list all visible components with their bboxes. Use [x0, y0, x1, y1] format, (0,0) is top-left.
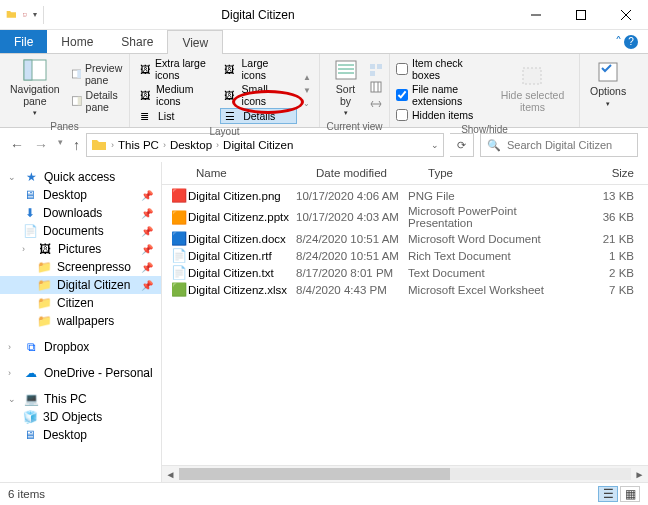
tree-downloads[interactable]: ⬇Downloads📌 — [0, 204, 161, 222]
breadcrumb-segment[interactable]: Desktop — [170, 139, 212, 151]
file-date: 8/4/2020 4:43 PM — [296, 284, 408, 296]
refresh-button[interactable]: ⟳ — [450, 133, 474, 157]
file-row[interactable]: 🟦 Digital Citizen.docx 8/24/2020 10:51 A… — [170, 230, 648, 247]
file-size: 2 KB — [578, 267, 648, 279]
file-type: Rich Text Document — [408, 250, 578, 262]
col-name[interactable]: Name — [188, 162, 308, 184]
file-row[interactable]: 🟥 Digital Citizen.png 10/17/2020 4:06 AM… — [170, 187, 648, 204]
file-type: Text Document — [408, 267, 578, 279]
navigation-pane-button[interactable]: Navigation pane ▾ — [6, 56, 64, 119]
minimize-button[interactable] — [513, 0, 558, 30]
forward-button[interactable]: → — [34, 137, 48, 153]
group-by-icon[interactable] — [369, 63, 383, 77]
file-name: Digital Citizenz.xlsx — [188, 284, 296, 296]
layout-medium[interactable]: 🖼Medium icons — [136, 82, 216, 108]
tree-documents[interactable]: 📄Documents📌 — [0, 222, 161, 240]
layout-scroll-up-icon[interactable]: ▲ — [303, 73, 311, 82]
navigation-pane: ⌄★Quick access 🖥Desktop📌 ⬇Downloads📌 📄Do… — [0, 162, 162, 482]
search-input[interactable]: 🔍 Search Digital Citizen — [480, 133, 638, 157]
col-type[interactable]: Type — [420, 162, 590, 184]
back-button[interactable]: ← — [10, 137, 24, 153]
layout-large[interactable]: 🖼Large icons — [220, 56, 297, 82]
tab-file[interactable]: File — [0, 30, 47, 53]
layout-more-icon[interactable]: ⌄ — [303, 99, 311, 108]
tree-quick-access[interactable]: ⌄★Quick access — [0, 168, 161, 186]
svg-rect-7 — [77, 97, 81, 106]
col-size[interactable]: Size — [590, 162, 648, 184]
large-icons-view-icon[interactable]: ▦ — [620, 486, 640, 502]
details-view-icon[interactable]: ☰ — [598, 486, 618, 502]
file-name-extensions-checkbox[interactable]: File name extensions — [396, 82, 488, 108]
file-row[interactable]: 📄 Digital Citizen.rtf 8/24/2020 10:51 AM… — [170, 247, 648, 264]
tree-wallpapers[interactable]: 📁wallpapers — [0, 312, 161, 330]
file-size: 1 KB — [578, 250, 648, 262]
file-name: Digital Citizen.png — [188, 190, 296, 202]
file-type: Microsoft PowerPoint Presentation — [408, 205, 578, 229]
pin-icon: 📌 — [141, 280, 153, 291]
file-size: 7 KB — [578, 284, 648, 296]
tree-3d-objects[interactable]: 🧊3D Objects — [0, 408, 161, 426]
up-button[interactable]: ↑ — [73, 137, 80, 153]
breadcrumb-segment[interactable]: This PC — [118, 139, 159, 151]
tree-this-pc[interactable]: ⌄💻This PC — [0, 390, 161, 408]
svg-rect-5 — [77, 70, 81, 78]
file-type-icon: 📄 — [170, 248, 188, 263]
close-button[interactable] — [603, 0, 648, 30]
help-icon[interactable]: ˄ ? — [615, 30, 648, 53]
svg-rect-11 — [370, 71, 375, 76]
file-row[interactable]: 🟧 Digital Citizenz.pptx 10/17/2020 4:03 … — [170, 204, 648, 230]
item-check-boxes-checkbox[interactable]: Item check boxes — [396, 56, 488, 82]
hide-selected-button[interactable]: Hide selected items — [492, 62, 573, 115]
tab-view[interactable]: View — [167, 30, 223, 54]
scroll-left-icon[interactable]: ◄ — [162, 469, 179, 480]
file-name: Digital Citizen.rtf — [188, 250, 296, 262]
file-name: Digital Citizen.txt — [188, 267, 296, 279]
group-layout-label: Layout — [136, 124, 313, 139]
file-date: 10/17/2020 4:06 AM — [296, 190, 408, 202]
tree-onedrive[interactable]: ›☁OneDrive - Personal — [0, 364, 161, 382]
add-columns-icon[interactable] — [369, 80, 383, 94]
layout-list[interactable]: ≣List — [136, 108, 216, 124]
details-pane-button[interactable]: Details pane — [68, 88, 131, 114]
tree-screenpresso[interactable]: 📁Screenpresso📌 — [0, 258, 161, 276]
tree-citizen[interactable]: 📁Citizen — [0, 294, 161, 312]
file-name: Digital Citizenz.pptx — [188, 211, 296, 223]
svg-rect-1 — [576, 10, 585, 19]
column-headers[interactable]: Name Date modified Type Size — [162, 162, 648, 185]
tree-pictures[interactable]: ›🖼Pictures📌 — [0, 240, 161, 258]
tab-home[interactable]: Home — [47, 30, 107, 53]
file-date: 8/17/2020 8:01 PM — [296, 267, 408, 279]
layout-scroll-down-icon[interactable]: ▼ — [303, 86, 311, 95]
tree-desktop[interactable]: 🖥Desktop📌 — [0, 186, 161, 204]
size-columns-icon[interactable] — [369, 97, 383, 111]
pin-icon: 📌 — [141, 208, 153, 219]
layout-details[interactable]: ☰Details — [220, 108, 297, 124]
ribbon-tabs: File Home Share View ˄ ? — [0, 30, 648, 54]
sort-by-button[interactable]: Sort by▾ — [326, 56, 365, 119]
preview-pane-button[interactable]: Preview pane — [68, 61, 131, 87]
pin-icon: 📌 — [141, 244, 153, 255]
recent-locations-icon[interactable]: ▾ — [58, 137, 63, 153]
layout-extra-large[interactable]: 🖼Extra large icons — [136, 56, 216, 82]
file-name: Digital Citizen.docx — [188, 233, 296, 245]
file-row[interactable]: 📄 Digital Citizen.txt 8/17/2020 8:01 PM … — [170, 264, 648, 281]
svg-rect-13 — [523, 68, 541, 84]
search-icon: 🔍 — [487, 139, 501, 152]
maximize-button[interactable] — [558, 0, 603, 30]
col-date[interactable]: Date modified — [308, 162, 420, 184]
layout-small[interactable]: 🖼Small icons — [220, 82, 297, 108]
pin-icon: 📌 — [141, 226, 153, 237]
file-row[interactable]: 🟩 Digital Citizenz.xlsx 8/4/2020 4:43 PM… — [170, 281, 648, 298]
svg-rect-9 — [370, 64, 375, 69]
tree-dropbox[interactable]: ›⧉Dropbox — [0, 338, 161, 356]
tree-desktop-2[interactable]: 🖥Desktop — [0, 426, 161, 444]
group-current-view-label: Current view — [326, 119, 383, 134]
breadcrumb-dropdown-icon[interactable]: ⌄ — [431, 140, 439, 150]
options-button[interactable]: Options▾ — [586, 58, 630, 109]
tab-share[interactable]: Share — [107, 30, 167, 53]
scroll-right-icon[interactable]: ► — [631, 469, 648, 480]
horizontal-scrollbar[interactable]: ◄ ► — [162, 465, 648, 482]
hidden-items-checkbox[interactable]: Hidden items — [396, 108, 488, 122]
tree-digital-citizen[interactable]: 📁Digital Citizen📌 — [0, 276, 161, 294]
breadcrumb-segment[interactable]: Digital Citizen — [223, 139, 293, 151]
